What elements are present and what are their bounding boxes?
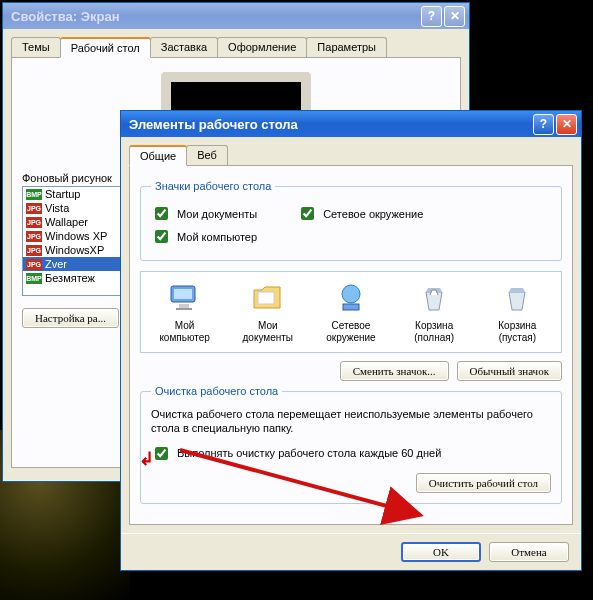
svg-rect-6 xyxy=(343,304,359,310)
svg-rect-1 xyxy=(174,289,192,299)
checkbox-my-documents[interactable]: Мои документы xyxy=(151,204,257,223)
list-item[interactable]: JPGZver xyxy=(23,257,121,271)
cleanup-description: Очистка рабочего стола перемещает неиспо… xyxy=(151,407,551,436)
checkbox-cleanup-schedule[interactable]: Выполнять очистку рабочего стола каждые … xyxy=(151,444,551,463)
icon-item-recycle-full[interactable]: Корзина (полная) xyxy=(399,280,469,344)
window-title: Свойства: Экран xyxy=(11,9,421,24)
tab-web[interactable]: Веб xyxy=(186,145,228,165)
recycle-full-icon xyxy=(416,280,452,316)
folder-icon xyxy=(250,280,286,316)
clean-desktop-button[interactable]: Очистить рабочий стол xyxy=(416,473,551,493)
list-item[interactable]: BMPБезмятеж xyxy=(23,271,121,285)
list-item[interactable]: JPGWallaper xyxy=(23,215,121,229)
tabs: Общие Веб xyxy=(129,145,573,166)
icon-item-network[interactable]: Сетевое окружение xyxy=(316,280,386,344)
svg-rect-2 xyxy=(179,304,189,308)
recycle-empty-icon xyxy=(499,280,535,316)
help-button[interactable]: ? xyxy=(533,114,554,135)
list-item[interactable]: JPGVista xyxy=(23,201,121,215)
icon-chooser[interactable]: Мой компьютер Мои документы Сетевое окру… xyxy=(140,271,562,353)
checkbox-my-computer[interactable]: Мой компьютер xyxy=(151,227,257,246)
ok-button[interactable]: OK xyxy=(401,542,481,562)
computer-icon xyxy=(167,280,203,316)
cancel-button[interactable]: Отмена xyxy=(489,542,569,562)
titlebar: Элементы рабочего стола ? ✕ xyxy=(121,111,581,137)
desktop-items-window: Элементы рабочего стола ? ✕ Общие Веб Зн… xyxy=(120,110,582,571)
cleanup-group: Очистка рабочего стола Очистка рабочего … xyxy=(140,385,562,504)
customize-desktop-button[interactable]: Настройка ра... xyxy=(22,308,119,328)
checkbox-network-places[interactable]: Сетевое окружение xyxy=(297,204,423,223)
group-legend: Очистка рабочего стола xyxy=(151,385,282,397)
window-title: Элементы рабочего стола xyxy=(129,117,533,132)
svg-rect-4 xyxy=(258,292,274,304)
list-item[interactable]: JPGWindowsXP xyxy=(23,243,121,257)
titlebar: Свойства: Экран ? ✕ xyxy=(3,3,469,29)
default-icon-button[interactable]: Обычный значок xyxy=(457,361,562,381)
network-icon xyxy=(333,280,369,316)
group-legend: Значки рабочего стола xyxy=(151,180,275,192)
tab-general[interactable]: Общие xyxy=(129,145,187,166)
tab-appearance[interactable]: Оформление xyxy=(217,37,307,57)
desktop-icons-group: Значки рабочего стола Мои документы Мой … xyxy=(140,180,562,261)
tab-settings[interactable]: Параметры xyxy=(306,37,387,57)
tab-screensaver[interactable]: Заставка xyxy=(150,37,218,57)
tab-desktop[interactable]: Рабочий стол xyxy=(60,37,151,58)
list-item[interactable]: BMPStartup xyxy=(23,187,121,201)
icon-item-my-computer[interactable]: Мой компьютер xyxy=(150,280,220,344)
svg-point-5 xyxy=(342,285,360,303)
list-item[interactable]: JPGWindows XP xyxy=(23,229,121,243)
tab-themes[interactable]: Темы xyxy=(11,37,61,57)
close-button[interactable]: ✕ xyxy=(556,114,577,135)
wallpaper-list[interactable]: BMPStartup JPGVista JPGWallaper JPGWindo… xyxy=(22,186,122,296)
tabs: Темы Рабочий стол Заставка Оформление Па… xyxy=(11,37,461,58)
svg-rect-3 xyxy=(176,308,192,310)
icon-item-my-documents[interactable]: Мои документы xyxy=(233,280,303,344)
icon-item-recycle-empty[interactable]: Корзина (пустая) xyxy=(482,280,552,344)
change-icon-button[interactable]: Сменить значок... xyxy=(340,361,449,381)
help-button[interactable]: ? xyxy=(421,6,442,27)
close-button[interactable]: ✕ xyxy=(444,6,465,27)
